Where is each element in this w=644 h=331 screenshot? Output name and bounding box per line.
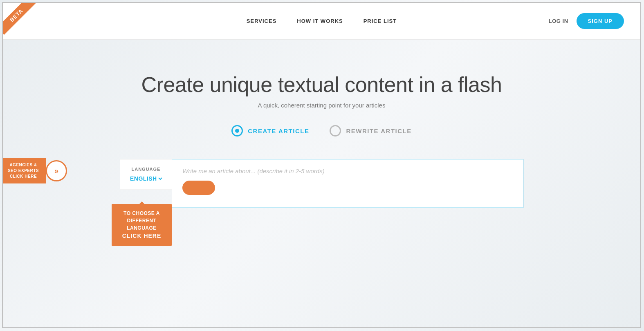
nav-services[interactable]: SERVICES [247,18,277,24]
rewrite-article-radio[interactable] [330,125,341,136]
create-article-option[interactable]: CREATE ARTICLE [231,125,309,136]
language-label: LANGUAGE [132,167,161,172]
hero-section: Create unique textual content in a flash… [3,40,640,208]
hero-title: Create unique textual content in a flash [141,72,502,97]
tooltip-box: TO CHOOSE A DIFFERENT LANGUAGE CLICK HER… [112,204,172,246]
rewrite-article-option[interactable]: REWRITE ARTICLE [330,125,411,136]
beta-ribbon: BETA [3,3,40,40]
agencies-panel[interactable]: AGENCIES & SEO EXPERTS CLICK HERE » [2,158,67,183]
create-article-radio[interactable] [231,125,243,136]
article-placeholder[interactable]: Write me an article about... (describe i… [182,168,513,174]
input-area: LANGUAGE ENGLISH FRENCH GERMAN SPANISH I… [120,159,523,208]
hero-subtitle: A quick, coherent starting point for you… [258,102,386,109]
submit-button[interactable] [182,181,215,195]
language-selector[interactable]: LANGUAGE ENGLISH FRENCH GERMAN SPANISH I… [120,159,172,190]
language-dropdown[interactable]: ENGLISH FRENCH GERMAN SPANISH ITALIAN [128,175,164,182]
article-input-box: Write me an article about... (describe i… [172,159,523,208]
tooltip-cta: CLICK HERE [119,232,164,240]
nav-how-it-works[interactable]: HOW IT WORKS [297,18,343,24]
nav-center: SERVICES HOW IT WORKS PRICE LIST [247,18,397,24]
nav-right: LOG IN SIGN UP [397,13,624,29]
language-tooltip[interactable]: TO CHOOSE A DIFFERENT LANGUAGE CLICK HER… [112,204,172,246]
language-wrapper: LANGUAGE ENGLISH FRENCH GERMAN SPANISH I… [120,159,172,190]
create-article-label: CREATE ARTICLE [248,127,309,134]
agencies-arrow-icon[interactable]: » [46,160,67,181]
beta-label: BETA [3,3,36,35]
nav-price-list[interactable]: PRICE LIST [364,18,397,24]
mode-selector: CREATE ARTICLE REWRITE ARTICLE [231,125,411,136]
agencies-text: AGENCIES & SEO EXPERTS CLICK HERE [2,158,46,183]
header: SERVICES HOW IT WORKS PRICE LIST LOG IN … [3,3,640,40]
login-link[interactable]: LOG IN [549,18,568,24]
rewrite-article-label: REWRITE ARTICLE [346,127,411,134]
signup-button[interactable]: SIGN UP [577,13,624,29]
